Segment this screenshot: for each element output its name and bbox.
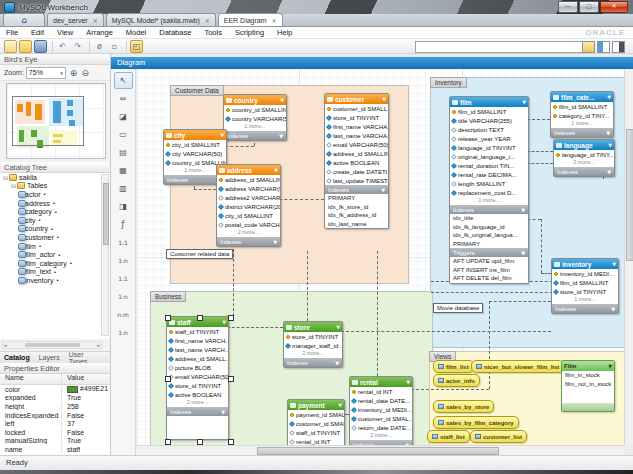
more-columns-label[interactable]: 2 more... xyxy=(554,159,614,167)
property-row[interactable]: indicesExpandedFalse xyxy=(0,411,110,420)
selection-handle[interactable] xyxy=(228,376,234,382)
table-customer[interactable]: customer▼customer_id SMALL...store_id TI… xyxy=(324,93,389,229)
view-tool[interactable]: ◨ xyxy=(114,198,133,215)
property-row[interactable]: namestaff xyxy=(0,445,110,454)
redo-icon[interactable]: ↷ xyxy=(71,40,84,53)
collapse-icon[interactable]: ▼ xyxy=(608,363,612,369)
note-customer-related-data[interactable]: Customer related data xyxy=(166,249,233,259)
toggle-right-panel-icon[interactable] xyxy=(612,41,625,53)
canvas-vertical-thumb[interactable] xyxy=(626,129,633,261)
more-columns-label[interactable]: 2 more... xyxy=(167,399,228,407)
view-actor_info[interactable]: actor_info xyxy=(433,374,480,387)
property-row[interactable]: left37 xyxy=(0,419,110,428)
collapse-icon[interactable]: ▼ xyxy=(273,239,277,245)
selection-handle[interactable] xyxy=(197,439,203,445)
section-indexes[interactable]: Indexes▼ xyxy=(217,237,280,246)
table-rental[interactable]: rental▼rental_id INTrental_date DATE...i… xyxy=(349,376,413,445)
more-columns-label[interactable]: 2 more... xyxy=(284,350,342,358)
section-indexes[interactable]: Indexes▼ xyxy=(554,167,614,176)
canvas-horizontal-thumb[interactable] xyxy=(257,447,499,455)
property-row[interactable]: height258 xyxy=(0,402,110,411)
find-options-icon[interactable] xyxy=(582,41,595,53)
collapse-icon[interactable]: ▼ xyxy=(521,250,525,256)
collapse-icon[interactable]: ▼ xyxy=(382,96,386,102)
tree-folder-tables[interactable]: ⊟Tables xyxy=(0,182,110,191)
search-input[interactable] xyxy=(415,41,583,53)
menu-view[interactable]: View xyxy=(57,28,73,37)
more-columns-label[interactable]: 1 more... xyxy=(224,123,286,131)
collapse-icon[interactable]: ▼ xyxy=(280,97,284,103)
tree-expander-icon[interactable]: ⊟ xyxy=(10,182,17,189)
save-model-icon[interactable] xyxy=(34,40,47,53)
tab-layers[interactable]: Layers xyxy=(39,354,60,361)
section-indexes[interactable]: Indexes▼ xyxy=(167,407,228,416)
property-row[interactable]: color#499E21 xyxy=(0,385,110,394)
section-triggers[interactable]: Triggers▼ xyxy=(450,248,528,257)
collapse-icon[interactable]: ▼ xyxy=(338,402,342,408)
menu-edit[interactable]: Edit xyxy=(31,28,44,37)
rel-one-one-id-tool[interactable]: 1:1 xyxy=(114,270,133,287)
view-film_list[interactable]: film_list xyxy=(433,360,474,373)
tree-expander-icon[interactable]: ⊟ xyxy=(2,174,9,181)
select-tool[interactable]: ↖ xyxy=(114,72,133,89)
table-header[interactable]: language▼ xyxy=(554,140,614,150)
view-sales_by_film_category[interactable]: sales_by_film_category xyxy=(433,416,519,429)
note-movie-database[interactable]: Movie database xyxy=(433,303,483,313)
collapse-icon[interactable]: ▼ xyxy=(522,99,526,105)
collapse-icon[interactable]: ▼ xyxy=(222,319,226,325)
canvas-vertical-scrollbar[interactable] xyxy=(624,69,633,445)
table-film[interactable]: film▼film_id SMALLINTtitle VARCHAR(255)d… xyxy=(449,96,529,284)
table-header[interactable]: customer▼ xyxy=(325,94,388,104)
view-staff_list[interactable]: staff_list xyxy=(427,430,470,443)
image-tool[interactable]: ▦ xyxy=(114,162,133,179)
more-columns-label[interactable]: 1 more... xyxy=(552,296,618,304)
collapse-icon[interactable]: ▼ xyxy=(406,379,410,385)
property-row[interactable]: expandedTrue xyxy=(0,394,110,403)
table-header[interactable]: film_cate...▼ xyxy=(551,92,613,102)
scroll-left-icon[interactable]: ◂ xyxy=(4,342,7,348)
menu-file[interactable]: File xyxy=(6,28,18,37)
shrink-icon[interactable]: ▫ xyxy=(108,40,121,53)
tree-horizontal-scrollbar[interactable]: ◂▸ xyxy=(2,341,102,349)
selection-handle[interactable] xyxy=(228,439,234,445)
selection-handle[interactable] xyxy=(165,376,171,382)
zoom-in-icon[interactable]: ⊕ xyxy=(70,68,78,78)
maximize-button[interactable]: ▢ xyxy=(579,1,599,13)
collapse-icon[interactable]: ▼ xyxy=(220,132,224,138)
tab-catalog[interactable]: Catalog xyxy=(4,354,30,361)
collapse-icon[interactable]: ▼ xyxy=(611,306,615,312)
tab-close-icon[interactable]: ✕ xyxy=(272,17,277,24)
tree-table-country[interactable]: ⊞country• xyxy=(0,225,110,234)
minimize-button[interactable]: — xyxy=(558,1,578,13)
collapse-icon[interactable]: ▼ xyxy=(336,324,340,330)
minimap-viewport[interactable] xyxy=(12,96,84,146)
more-columns-label[interactable]: 1 more... xyxy=(551,120,613,128)
tab-eer-diagram[interactable]: EER Diagram✕ xyxy=(218,13,283,26)
collapse-icon[interactable]: ▼ xyxy=(279,133,283,139)
routine-group-header[interactable]: Film▼ xyxy=(562,361,614,371)
text-tool[interactable]: ▤ xyxy=(114,144,133,161)
tab-close-icon[interactable]: ✕ xyxy=(205,17,210,24)
menu-scripting[interactable]: Scripting xyxy=(235,28,264,37)
hand-tool[interactable]: ⇔ xyxy=(114,90,133,107)
menu-model[interactable]: Model xyxy=(126,28,146,37)
section-indexes[interactable]: Indexes▼ xyxy=(325,185,388,194)
section-indexes[interactable]: Indexes▼ xyxy=(551,128,613,137)
scroll-right-icon[interactable]: ▸ xyxy=(97,342,100,348)
tab-mysql-model-sakila-mwb-[interactable]: MySQL Model* (sakila.mwb)✕ xyxy=(106,13,216,26)
collapse-icon[interactable]: ▼ xyxy=(608,142,612,148)
section-indexes[interactable]: Indexes▼ xyxy=(450,205,528,214)
menu-help[interactable]: Help xyxy=(277,28,292,37)
table-header[interactable]: city▼ xyxy=(164,130,226,140)
table-address[interactable]: address▼address_id SMALLINTaddress VARCH… xyxy=(216,164,281,247)
table-film-cate-[interactable]: film_cate...▼film_id SMALLINTcategory_id… xyxy=(550,91,614,138)
view-sales_by_store[interactable]: sales_by_store xyxy=(433,400,494,413)
tree-table-inventory[interactable]: ⊞inventory• xyxy=(0,276,110,285)
tree-table-film_text[interactable]: ⊞film_text• xyxy=(0,268,110,277)
table-inventory[interactable]: inventory▼inventory_id MEDI...film_id SM… xyxy=(551,258,619,314)
menu-tools[interactable]: Tools xyxy=(204,28,222,37)
table-header[interactable]: store▼ xyxy=(284,322,342,332)
selection-handle[interactable] xyxy=(165,315,171,321)
tree-table-film_actor[interactable]: ⊞film_actor• xyxy=(0,250,110,259)
title-bar[interactable]: MySQL Workbench — ▢ ✕ xyxy=(0,0,633,14)
